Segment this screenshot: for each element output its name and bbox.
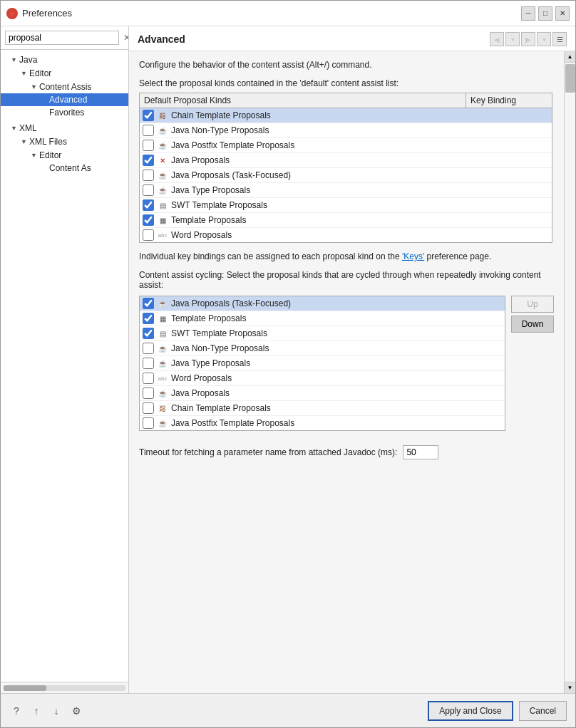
cycle-check-template[interactable] [143,313,154,324]
proposal-check-java-task[interactable] [143,170,154,181]
cycle-row-java-task[interactable]: ☕ Java Proposals (Task-Focused) [140,296,505,311]
cycle-label-template: Template Proposals [171,313,502,323]
down-button[interactable]: Down [511,316,554,333]
cycle-row-java-type[interactable]: ☕ Java Type Proposals [140,356,505,371]
h-scroll-thumb [4,685,46,691]
apply-close-button[interactable]: Apply and Close [428,701,513,721]
sidebar-label-advanced: Advanced [49,95,87,105]
up-button[interactable]: Up [511,296,554,313]
sidebar-item-java[interactable]: ▼ Java [1,53,128,66]
sidebar-label-xml-files: XML Files [29,137,67,147]
sidebar-item-content-as[interactable]: Content As [1,162,128,175]
minimize-button[interactable]: ─ [521,6,535,21]
scroll-up-button[interactable]: ▲ [565,51,576,63]
proposal-check-swt[interactable] [143,199,154,211]
cycle-check-swt[interactable] [143,328,154,339]
footer: ? ↑ ↓ ⚙ Apply and Close Cancel [1,693,575,727]
sidebar-item-advanced[interactable]: Advanced [1,93,128,106]
proposal-check-java[interactable] [143,155,154,166]
cycling-table-wrapper: ☕ Java Proposals (Task-Focused) ▦ Templa… [139,296,554,431]
cycle-label-chain: Chain Template Proposals [171,403,502,413]
close-button[interactable]: ✕ [555,6,570,21]
sidebar-item-content-assist[interactable]: ▼ Content Assis [1,80,128,93]
title-bar-left: Preferences [6,8,72,19]
col2-header: Key Binding [466,93,552,108]
export-icon[interactable]: ↑ [29,704,43,718]
sidebar-item-xml-editor[interactable]: ▼ Editor [1,149,128,162]
forward-dropdown[interactable]: ▾ [537,32,551,46]
help-icon[interactable]: ? [9,704,24,718]
maximize-button[interactable]: □ [538,6,552,21]
proposal-check-chain[interactable] [143,110,154,121]
import-icon[interactable]: ↓ [49,704,63,718]
cycle-check-java-postfix[interactable] [143,417,154,429]
search-clear-icon[interactable]: ✕ [122,33,129,43]
cycle-row-template[interactable]: ▦ Template Proposals [140,311,505,326]
arrow-java: ▼ [11,56,18,63]
tree-item-editor: ▼ Editor ▼ Content Assis [1,66,128,120]
sidebar-scrollbar[interactable] [1,682,128,693]
sidebar-item-xml-files[interactable]: ▼ XML Files [1,135,128,148]
keys-link[interactable]: 'Keys' [402,251,424,261]
proposal-row-word[interactable]: abc Word Proposals [140,228,552,242]
cycle-row-java-postfix[interactable]: ☕ Java Postfix Template Proposals [140,416,505,430]
proposal-row-java-non-type[interactable]: ☕ Java Non-Type Proposals [140,123,552,138]
main-scrollbar[interactable]: ▲ ▼ [564,51,575,693]
tree-item-content-assist: ▼ Content Assis Advanced Fav [1,80,128,120]
content-area: ✕ ▼ Java ▼ Editor [1,26,575,693]
main-body: Configure the behavior of the content as… [129,51,564,693]
cycle-row-chain[interactable]: ⛓ Chain Template Proposals [140,401,505,416]
description-content: Configure the behavior of the content as… [139,60,372,70]
timeout-section: Timeout for fetching a parameter name fr… [139,445,554,459]
sidebar-item-favorites[interactable]: Favorites [1,106,128,119]
sidebar: ✕ ▼ Java ▼ Editor [1,26,129,693]
cycle-check-java-task[interactable] [143,298,154,309]
cycle-check-word[interactable] [143,373,154,384]
cycle-check-java-non-type[interactable] [143,343,154,354]
proposal-row-chain[interactable]: ⛓ Chain Template Proposals [140,108,552,123]
proposal-label-swt: SWT Template Proposals [171,200,549,210]
cycle-row-swt[interactable]: ▤ SWT Template Proposals [140,326,505,341]
cycle-label-java: Java Proposals [171,388,502,398]
cycle-row-java[interactable]: ☕ Java Proposals [140,386,505,401]
proposal-row-java-task[interactable]: ☕ Java Proposals (Task-Focused) [140,168,552,183]
proposal-check-java-postfix[interactable] [143,140,154,151]
sidebar-label-xml: XML [19,123,37,133]
scroll-down-button[interactable]: ▼ [565,682,576,693]
proposal-check-java-type[interactable] [143,184,154,196]
proposal-check-template[interactable] [143,214,154,226]
proposal-row-java[interactable]: ✕ Java Proposals [140,153,552,168]
search-input[interactable] [5,31,119,45]
cycle-check-java[interactable] [143,388,154,399]
menu-button[interactable]: ☰ [552,32,567,46]
sidebar-item-editor[interactable]: ▼ Editor [1,67,128,80]
back-button[interactable]: ◀ [490,32,504,46]
back-dropdown[interactable]: ▾ [505,32,520,46]
cycle-check-chain[interactable] [143,402,154,414]
cycle-check-java-type[interactable] [143,358,154,369]
sidebar-item-xml[interactable]: ▼ XML [1,122,128,135]
proposal-check-word[interactable] [143,229,154,241]
select-label: Select the proposal kinds contained in t… [139,78,554,88]
proposal-check-java-non-type[interactable] [143,125,154,136]
scroll-track [565,63,576,682]
proposal-row-java-type[interactable]: ☕ Java Type Proposals [140,183,552,198]
cycle-row-java-non-type[interactable]: ☕ Java Non-Type Proposals [140,341,505,356]
java-type-icon: ☕ [157,184,168,196]
forward-button[interactable]: ▶ [521,32,535,46]
cycle-label-swt: SWT Template Proposals [171,328,502,338]
cycling-buttons: Up Down [511,296,554,333]
cancel-button[interactable]: Cancel [519,701,567,721]
cycle-template-icon: ▦ [157,313,168,324]
proposal-row-template[interactable]: ▦ Template Proposals [140,213,552,228]
timeout-input[interactable] [403,445,438,459]
sidebar-label-xml-editor: Editor [39,150,61,160]
cycle-row-word[interactable]: abc Word Proposals [140,371,505,386]
cycle-chain-icon: ⛓ [157,402,168,414]
sidebar-label-editor: Editor [29,68,51,78]
settings-icon[interactable]: ⚙ [69,704,83,718]
proposal-row-swt[interactable]: ▤ SWT Template Proposals [140,198,552,213]
proposal-row-java-postfix[interactable]: ☕ Java Postfix Template Proposals [140,138,552,153]
proposal-label-chain: Chain Template Proposals [171,110,549,120]
cycle-java-postfix-icon: ☕ [157,417,168,429]
